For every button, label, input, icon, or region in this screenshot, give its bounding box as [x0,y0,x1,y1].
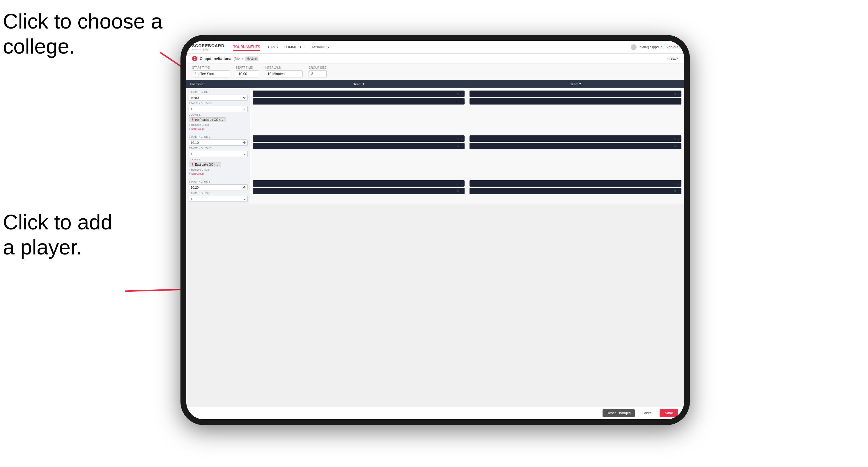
annotation-bottom-line1: Click to add [3,210,112,235]
start-time-label: Start Time [236,66,259,69]
player-slot-1-2[interactable]: ✕ ⌄ [253,98,465,104]
player-slot-3-2[interactable]: ✕ ⌄ [253,143,465,149]
group-size-select[interactable]: 3 [309,70,327,77]
team1-cell-3: ✕ ⌄ ✕ ⌄ [250,178,467,204]
col-team2: Team 2 [467,80,684,88]
user-email: blair@clippd.io [640,45,662,49]
tablet-frame: SCOREBOARD Powered by clippd TOURNAMENTS… [181,35,690,425]
nav-rankings[interactable]: RANKINGS [311,44,329,50]
player-slot-4-1[interactable]: ✕ ⌄ [469,135,681,142]
gender-label: (Men) [234,57,243,61]
player-slot-6-2[interactable]: ✕ ⌄ [469,188,681,194]
table-area: Tee Time Team 1 Team 2 STARTING TIME: 10… [186,80,684,407]
starting-time-label-1: STARTING TIME: [189,91,248,93]
starting-hole-input-3[interactable]: 1 ⌄ [189,196,248,202]
player-slot-2-1[interactable]: ✕ ⌄ [469,91,681,97]
logo-powered: Powered by clippd [192,48,224,51]
intervals-select[interactable]: 10 Minutes [265,70,303,77]
course-row-2: 📍 East Lake GC × ⌄ [189,162,248,167]
player-slot-5-1[interactable]: ✕ ⌄ [253,180,465,187]
course-label-2: COURSE: [189,158,248,161]
course-row-1: 📍 (A) Peachtree GC × ⌄ [189,117,248,122]
table-header: Tee Time Team 1 Team 2 [186,80,684,88]
player-slot-6-1[interactable]: ✕ ⌄ [469,180,681,187]
player-slot-1-1[interactable]: ✕ ⌄ [253,91,465,97]
add-group-btn-1[interactable]: + Add Group [189,127,248,130]
annotation-top: Click to choose a college. [3,9,162,59]
col-tee-time: Tee Time [186,80,250,88]
starting-hole-input-1[interactable]: 1 ⌄ [189,106,248,112]
player-slot-4-2[interactable]: ✕ ⌄ [469,143,681,149]
clippd-logo: C [192,56,197,61]
nav-tournaments[interactable]: TOURNAMENTS [233,44,260,51]
group-size-group: Group Size 3 [309,66,327,77]
course-tag-2[interactable]: 📍 East Lake GC × ⌄ [189,162,221,167]
annotation-bottom-line2: a player. [3,235,112,260]
start-type-label: Start Type [192,66,230,69]
logo-area: SCOREBOARD Powered by clippd [192,43,224,51]
form-controls: Start Type 1st Tee Start Start Time Inte… [186,64,684,80]
add-group-btn-2[interactable]: + Add Group [189,173,248,175]
start-time-input[interactable] [236,70,259,77]
sub-header: C Clippd Invitational (Men) Hosting < Ba… [186,54,684,64]
tee-time-panel-1: STARTING TIME: 10:00 ⊙ STARTING HOLE: 1 … [186,88,250,133]
start-type-group: Start Type 1st Tee Start [192,66,230,77]
app-container: SCOREBOARD Powered by clippd TOURNAMENTS… [186,41,684,419]
starting-time-label-2: STARTING TIME: [189,135,248,138]
intervals-label: Intervals [265,66,303,69]
nav-teams[interactable]: TEAMS [266,44,278,50]
back-button[interactable]: < Back [668,57,678,61]
group-row-1: STARTING TIME: 10:00 ⊙ STARTING HOLE: 1 … [186,88,684,133]
reset-changes-button[interactable]: Reset Changes [602,409,635,417]
intervals-group: Intervals 10 Minutes [265,66,303,77]
save-button[interactable]: Save [659,409,678,417]
nav-links: TOURNAMENTS TEAMS COMMITTEE RANKINGS [233,44,631,51]
starting-hole-label-2: STARTING HOLE: [189,147,248,150]
hosting-badge: Hosting [245,57,258,61]
nav-committee[interactable]: COMMITTEE [284,44,305,50]
starting-time-input-1[interactable]: 10:00 ⊙ [189,95,248,101]
starting-time-input-2[interactable]: 10:10 ⊙ [189,139,248,146]
col-team1: Team 1 [250,80,467,88]
user-avatar [631,44,637,50]
tee-time-panel-3: STARTING TIME: 10:20 ⊙ STARTING HOLE: 1 … [186,178,250,204]
player-slot-5-2[interactable]: ✕ ⌄ [253,188,465,194]
starting-time-input-3[interactable]: 10:20 ⊙ [189,184,248,190]
annotation-top-line1: Click to choose a [3,9,162,34]
starting-hole-label-1: STARTING HOLE: [189,102,248,105]
footer-bar: Reset Changes Cancel Save [186,407,684,419]
tablet-screen: SCOREBOARD Powered by clippd TOURNAMENTS… [186,41,684,419]
team1-cell-2: ✕ ⌄ ✕ ⌄ [250,133,467,178]
sign-out-link[interactable]: Sign out [665,45,678,49]
logo-scoreboard: SCOREBOARD [192,43,224,48]
course-tag-1[interactable]: 📍 (A) Peachtree GC × ⌄ [189,117,226,122]
team2-cell-1: ✕ ⌄ ✕ ⌄ [467,88,684,133]
annotation-top-line2: college. [3,34,162,59]
start-time-group: Start Time [236,66,259,77]
start-type-select[interactable]: 1st Tee Start [192,70,230,77]
team2-cell-3: ✕ ⌄ ✕ ⌄ [467,178,684,204]
event-title: Clippd Invitational [200,57,232,61]
remove-group-btn-1[interactable]: ○ Remove Group [189,123,248,126]
group-size-label: Group Size [309,66,327,69]
starting-hole-input-2[interactable]: 1 ⌄ [189,151,248,157]
starting-hole-label-3: STARTING HOLE: [189,192,248,194]
player-slot-3-1[interactable]: ✕ ⌄ [253,135,465,142]
remove-group-btn-2[interactable]: ○ Remove Group [189,168,248,171]
nav-right: blair@clippd.io Sign out [631,44,678,50]
course-label-1: COURSE: [189,113,248,116]
group-row-3: STARTING TIME: 10:20 ⊙ STARTING HOLE: 1 … [186,178,684,205]
team1-cell-1: ✕ ⌄ ✕ ⌄ [250,88,467,133]
cancel-button[interactable]: Cancel [638,409,657,417]
player-slot-2-2[interactable]: ✕ ⌄ [469,98,681,104]
team2-cell-2: ✕ ⌄ ✕ ⌄ [467,133,684,178]
starting-time-label-3: STARTING TIME: [189,180,248,183]
top-nav: SCOREBOARD Powered by clippd TOURNAMENTS… [186,41,684,54]
tee-time-panel-2: STARTING TIME: 10:10 ⊙ STARTING HOLE: 1 … [186,133,250,178]
group-row-2: STARTING TIME: 10:10 ⊙ STARTING HOLE: 1 … [186,133,684,178]
annotation-bottom: Click to add a player. [3,210,112,260]
